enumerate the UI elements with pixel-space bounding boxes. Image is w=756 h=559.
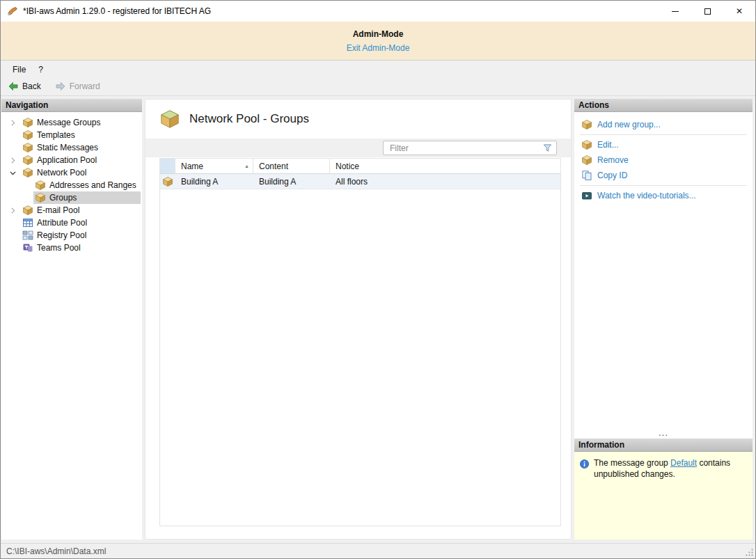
sort-ascending-icon: ▲ (244, 164, 249, 168)
window-title: *IBI-aws Admin 1.29.0 - registered for I… (23, 6, 211, 16)
table-header-row: Name ▲ Content Notice (160, 159, 560, 174)
box-icon (35, 180, 46, 191)
action-remove[interactable]: Remove (574, 152, 753, 168)
name-column-header[interactable]: Name ▲ (175, 159, 253, 173)
window-controls: ✕ (659, 1, 755, 22)
box-icon (22, 117, 33, 128)
navigation-panel: Navigation Message Groups Templates (1, 99, 142, 540)
nav-item-static-messages[interactable]: Static Messages (1, 141, 142, 154)
box-icon (22, 205, 33, 216)
maximize-icon (704, 8, 711, 15)
nav-item-email-pool[interactable]: E-mail Pool (1, 204, 142, 216)
group-remove-icon (581, 155, 592, 166)
nav-item-application-pool[interactable]: Application Pool (1, 154, 142, 166)
status-path: C:\IBI-aws\Admin\Data.xml (6, 546, 106, 556)
group-edit-icon (581, 139, 592, 150)
information-body: The message group Default contains unpub… (574, 452, 753, 540)
app-window: *IBI-aws Admin 1.29.0 - registered for I… (0, 0, 756, 559)
action-copy-id[interactable]: Copy ID (574, 168, 753, 183)
information-header: Information (574, 439, 753, 452)
groups-table: Name ▲ Content Notice Building A Buildin… (159, 158, 561, 526)
copy-icon (581, 170, 592, 181)
filter-strip (145, 139, 571, 157)
exit-admin-mode-link[interactable]: Exit Admin-Mode (347, 43, 410, 53)
filter-funnel-icon[interactable] (542, 143, 553, 153)
right-column: Actions Add new group... Edit... Remove (574, 99, 753, 540)
actions-header: Actions (574, 99, 753, 112)
toolbar: Back Forward (1, 77, 755, 95)
box-icon (35, 192, 46, 203)
workspace: Navigation Message Groups Templates (1, 95, 755, 543)
icon-column-header (160, 159, 175, 173)
actions-panel: Actions Add new group... Edit... Remove (574, 99, 753, 430)
maximize-button[interactable] (691, 1, 723, 22)
back-arrow-icon (8, 81, 19, 92)
title-bar: *IBI-aws Admin 1.29.0 - registered for I… (1, 1, 755, 22)
nav-item-templates[interactable]: Templates (1, 129, 142, 141)
close-icon: ✕ (736, 6, 743, 16)
action-list: Add new group... Edit... Remove Copy ID (574, 112, 753, 203)
box-icon (22, 155, 33, 166)
forward-arrow-icon (55, 81, 66, 92)
chevron-right-icon[interactable] (8, 155, 21, 166)
action-edit[interactable]: Edit... (574, 137, 753, 152)
chevron-right-icon[interactable] (8, 117, 21, 128)
filter-box (383, 141, 557, 155)
menu-bar: File ? (1, 61, 755, 77)
group-add-icon (581, 119, 592, 130)
filter-input[interactable] (384, 143, 542, 153)
row-name-cell: Building A (175, 174, 253, 189)
group-box-icon (159, 109, 180, 129)
admin-mode-title: Admin-Mode (1, 29, 755, 39)
row-notice-cell: All floors (330, 174, 560, 189)
navigation-tree: Message Groups Templates Static Messages (1, 112, 142, 254)
separator (580, 185, 747, 186)
panel-splitter-grip[interactable]: … (574, 429, 753, 439)
row-content-cell: Building A (253, 174, 330, 189)
navigation-header: Navigation (1, 99, 142, 112)
information-text: The message group Default contains unpub… (594, 458, 748, 480)
back-label: Back (22, 81, 41, 91)
nav-item-addresses-and-ranges[interactable]: Addresses and Ranges (1, 179, 142, 191)
action-watch-video-tutorials[interactable]: Watch the video-tutorials... (574, 188, 753, 203)
nav-item-network-pool[interactable]: Network Pool (1, 166, 142, 179)
admin-mode-banner: Admin-Mode Exit Admin-Mode (1, 22, 755, 61)
notice-column-header[interactable]: Notice (330, 159, 560, 173)
forward-label: Forward (70, 81, 100, 91)
box-icon (22, 167, 33, 178)
nav-item-attribute-pool[interactable]: Attribute Pool (1, 216, 142, 229)
action-add-new-group[interactable]: Add new group... (574, 117, 753, 132)
minimize-icon (672, 11, 679, 12)
default-group-link[interactable]: Default (670, 458, 697, 468)
teams-icon (22, 242, 33, 253)
table-row[interactable]: Building A Building A All floors (160, 174, 560, 189)
information-panel: Information The message group Default co… (574, 439, 753, 540)
forward-button[interactable]: Forward (52, 79, 104, 93)
content-title-row: Network Pool - Groups (159, 109, 309, 129)
chevron-right-icon[interactable] (8, 205, 21, 216)
status-bar: C:\IBI-aws\Admin\Data.xml (1, 543, 755, 558)
menu-file[interactable]: File (6, 63, 32, 77)
nav-item-teams-pool[interactable]: Teams Pool (1, 242, 142, 254)
box-icon (22, 142, 33, 153)
info-icon (579, 459, 590, 469)
page-title: Network Pool - Groups (189, 112, 309, 126)
app-icon (7, 6, 18, 17)
table-icon (22, 217, 33, 228)
resize-grip[interactable] (745, 548, 754, 557)
registry-icon (22, 230, 33, 241)
nav-item-message-groups[interactable]: Message Groups (1, 116, 142, 129)
box-icon (22, 129, 33, 141)
box-icon (162, 176, 173, 187)
content-column-header[interactable]: Content (253, 159, 330, 173)
chevron-down-icon[interactable] (8, 167, 21, 178)
separator (580, 134, 747, 135)
row-icon-cell (160, 174, 175, 189)
back-button[interactable]: Back (4, 79, 45, 93)
menu-help[interactable]: ? (32, 63, 49, 77)
minimize-button[interactable] (659, 1, 691, 22)
nav-item-registry-pool[interactable]: Registry Pool (1, 229, 142, 242)
nav-item-groups[interactable]: Groups (1, 191, 142, 204)
close-button[interactable]: ✕ (723, 1, 755, 22)
content-panel: Network Pool - Groups Name ▲ Content Not… (145, 99, 572, 540)
